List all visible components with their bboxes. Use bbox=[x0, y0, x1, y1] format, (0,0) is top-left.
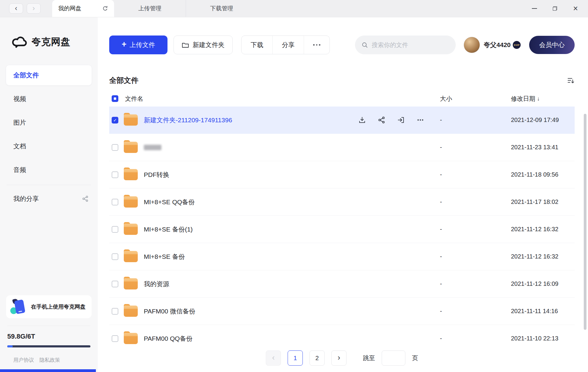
search-input[interactable] bbox=[372, 42, 449, 49]
upload-file-button[interactable]: + 上传文件 bbox=[109, 36, 167, 54]
page-number: 2 bbox=[315, 355, 319, 362]
next-page-button[interactable]: › bbox=[331, 350, 346, 366]
column-header-date[interactable]: 修改日期 ↓ bbox=[511, 95, 575, 103]
new-folder-label: 新建文件夹 bbox=[193, 41, 225, 49]
back-button[interactable]: ‹ bbox=[9, 3, 23, 14]
file-row[interactable]: PAFM00 微信备份 bbox=[109, 298, 575, 325]
file-size: - bbox=[440, 144, 511, 151]
row-checkbox[interactable] bbox=[112, 144, 118, 151]
file-row[interactable]: PDF转换 bbox=[109, 161, 575, 188]
close-button[interactable]: × bbox=[572, 5, 580, 12]
share-label: 我的分享 bbox=[13, 194, 39, 203]
file-row[interactable]: MI+8+SE QQ备份 bbox=[109, 188, 575, 216]
row-checkbox[interactable] bbox=[112, 199, 118, 205]
tab-my-drive[interactable]: 我的网盘 bbox=[52, 0, 114, 17]
sidebar-item-all-files[interactable]: 全部文件 bbox=[6, 65, 92, 85]
file-name[interactable]: MI+8+SE 备份(1) bbox=[144, 225, 193, 234]
logo-text: 夸克网盘 bbox=[32, 36, 70, 48]
row-checkbox[interactable] bbox=[112, 171, 118, 178]
minimize-button[interactable] bbox=[530, 5, 538, 12]
more-actions-button[interactable] bbox=[304, 36, 329, 54]
file-action-group: 下载 分享 bbox=[241, 36, 330, 54]
sidebar-item-my-shares[interactable]: 我的分享 bbox=[0, 189, 98, 209]
folder-icon bbox=[124, 278, 138, 289]
promo-text: 在手机上使用夸克网盘 bbox=[31, 303, 86, 310]
sidebar-divider bbox=[7, 185, 91, 185]
list-sort-icon[interactable] bbox=[567, 76, 575, 84]
sidebar-item-audio[interactable]: 音频 bbox=[6, 160, 92, 180]
tab-download-manager[interactable]: 下载管理 bbox=[186, 0, 257, 17]
folder-icon bbox=[124, 196, 138, 208]
row-checkbox[interactable] bbox=[112, 253, 118, 260]
member-center-label: 会员中心 bbox=[539, 41, 565, 49]
app-logo: 夸克网盘 bbox=[12, 33, 98, 51]
download-icon[interactable] bbox=[358, 116, 366, 124]
row-checkbox[interactable] bbox=[112, 117, 118, 123]
storage-section: 59.8G/6T bbox=[7, 326, 90, 347]
file-row[interactable]: PAFM00 QQ备份 bbox=[109, 325, 575, 344]
jump-page-input[interactable] bbox=[382, 350, 405, 366]
user-menu[interactable]: 夸父4420 SVIP bbox=[464, 37, 521, 53]
avatar bbox=[464, 37, 480, 53]
file-row[interactable]: MI+8+SE 备份(1) bbox=[109, 216, 575, 243]
file-name[interactable]: 我的资源 bbox=[144, 280, 169, 288]
file-size: - bbox=[440, 171, 511, 178]
window-controls: × bbox=[530, 0, 580, 17]
page-button-2[interactable]: 2 bbox=[309, 350, 325, 366]
file-date: 2021-11-12 16:32 bbox=[511, 253, 575, 260]
row-checkbox[interactable] bbox=[112, 226, 118, 233]
close-icon: × bbox=[573, 5, 578, 12]
folder-icon bbox=[124, 306, 138, 317]
download-button[interactable]: 下载 bbox=[242, 36, 272, 54]
sidebar-item-videos[interactable]: 视频 bbox=[6, 89, 92, 109]
storage-usage-text: 59.8G/6T bbox=[7, 333, 90, 340]
file-size: - bbox=[440, 117, 511, 123]
file-name[interactable]: PDF转换 bbox=[144, 171, 169, 179]
sidebar-nav: 全部文件 视频 图片 文档 音频 bbox=[0, 65, 98, 184]
file-date: 2021-11-23 13:41 bbox=[511, 144, 575, 151]
sidebar-item-documents[interactable]: 文档 bbox=[6, 136, 92, 156]
share-label: 分享 bbox=[282, 41, 295, 49]
row-checkbox[interactable] bbox=[112, 281, 118, 287]
file-date: 2021-11-12 16:32 bbox=[511, 226, 575, 233]
tab-upload-manager[interactable]: 上传管理 bbox=[114, 0, 186, 17]
section-header: 全部文件 bbox=[109, 74, 575, 86]
more-icon[interactable] bbox=[416, 116, 424, 124]
column-header-name: 文件名 bbox=[125, 95, 440, 103]
pagination: ‹ 1 2 › 跳至 页 bbox=[109, 344, 575, 372]
maximize-button[interactable] bbox=[551, 5, 559, 12]
file-row[interactable]: 新建文件夹-211209-174911396 bbox=[109, 107, 575, 134]
user-agreement-link[interactable]: 用户协议 bbox=[13, 357, 34, 364]
file-name[interactable]: PAFM00 QQ备份 bbox=[144, 334, 193, 343]
plus-icon: + bbox=[122, 40, 127, 49]
vertical-scrollbar[interactable] bbox=[584, 114, 586, 330]
row-checkbox[interactable] bbox=[112, 335, 118, 342]
privacy-policy-link[interactable]: 隐私政策 bbox=[39, 357, 60, 364]
select-all-checkbox[interactable] bbox=[112, 95, 118, 102]
new-folder-button[interactable]: 新建文件夹 bbox=[174, 36, 233, 54]
file-list: 新建文件夹-211209-174911396 bbox=[109, 107, 575, 344]
prev-page-button[interactable]: ‹ bbox=[266, 350, 281, 366]
sidebar-footer: 用户协议 隐私政策 bbox=[13, 357, 98, 364]
more-icon bbox=[313, 44, 320, 46]
forward-button[interactable]: › bbox=[27, 3, 41, 14]
file-name[interactable]: MI+8+SE QQ备份 bbox=[144, 198, 195, 206]
bottom-accent-bar bbox=[0, 369, 96, 372]
move-to-icon[interactable] bbox=[397, 116, 405, 124]
sidebar-item-images[interactable]: 图片 bbox=[6, 113, 92, 133]
share-button[interactable]: 分享 bbox=[272, 36, 304, 54]
chevron-left-icon: ‹ bbox=[272, 353, 275, 363]
share-nodes-icon[interactable] bbox=[377, 116, 385, 124]
member-center-button[interactable]: 会员中心 bbox=[529, 36, 575, 54]
file-name[interactable]: MI+8+SE 备份 bbox=[144, 252, 185, 261]
file-name[interactable]: PAFM00 微信备份 bbox=[144, 307, 195, 316]
page-button-1[interactable]: 1 bbox=[288, 350, 303, 366]
column-header-size: 大小 bbox=[440, 95, 511, 103]
refresh-icon[interactable] bbox=[102, 6, 108, 12]
restore-icon bbox=[553, 6, 557, 11]
row-checkbox[interactable] bbox=[112, 308, 118, 315]
file-row[interactable]: 我的资源 bbox=[109, 270, 575, 298]
file-row[interactable]: MI+8+SE 备份 bbox=[109, 243, 575, 270]
file-row[interactable]: - 2021-11-23 13:41 bbox=[109, 134, 575, 161]
file-name[interactable]: 新建文件夹-211209-174911396 bbox=[144, 116, 232, 124]
